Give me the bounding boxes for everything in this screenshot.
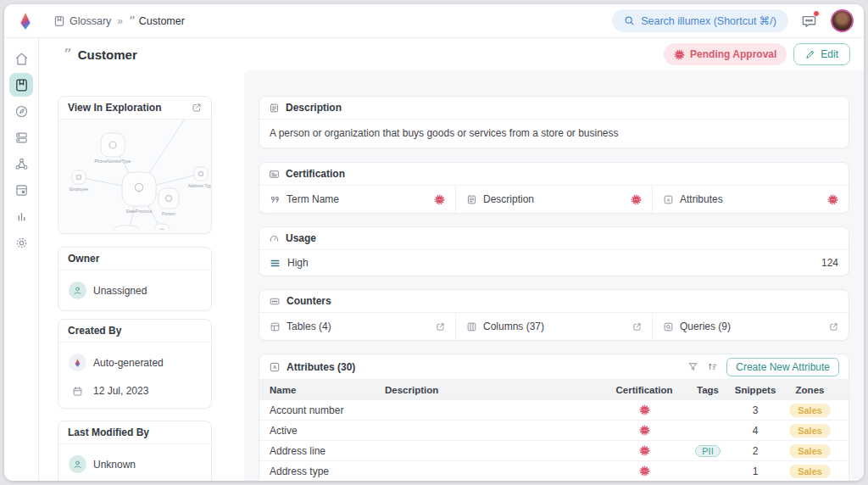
breadcrumb-customer[interactable]: ” Customer: [129, 15, 185, 27]
last-modified-row: Unknown: [58, 444, 211, 480]
illumex-logo-icon[interactable]: [16, 10, 35, 32]
table-row[interactable]: Address line PII 2 Sales: [259, 440, 849, 460]
sidebar-item-home[interactable]: [9, 47, 33, 70]
certification-icon: [269, 169, 280, 180]
created-date-row: 12 Jul, 2023: [58, 378, 211, 408]
usage-row[interactable]: High 124: [259, 250, 849, 276]
col-header-name[interactable]: Name: [259, 385, 385, 395]
attribute-name: Average purchase amount: [259, 480, 385, 482]
open-exploration-icon[interactable]: [192, 103, 202, 113]
col-header-tags[interactable]: Tags: [687, 385, 729, 395]
home-icon: [14, 52, 29, 66]
sidebar-item-data-products[interactable]: [9, 178, 33, 202]
edit-button-label: Edit: [821, 48, 838, 60]
create-new-attribute-button[interactable]: Create New Attribute: [726, 358, 839, 376]
sidebar-item-analytics[interactable]: [9, 204, 33, 228]
col-header-description[interactable]: Description: [385, 385, 602, 395]
attribute-name: Address line: [259, 445, 385, 457]
exploration-graph[interactable]: PhoneNumberType Employee Address Type St…: [58, 120, 211, 233]
breadcrumb-glossary[interactable]: Glossary: [53, 15, 111, 27]
last-modified-value: Unknown: [93, 459, 136, 471]
pii-tag-badge: PII: [695, 445, 720, 457]
last-modified-title: Last Modified By: [68, 426, 149, 438]
person-icon: [69, 282, 86, 299]
certification-seal-icon: [674, 49, 685, 60]
usage-level-bars-icon: [270, 258, 281, 269]
snippet-count: 1: [729, 465, 782, 477]
table-row[interactable]: Address type 1 Sales: [259, 460, 849, 481]
usage-card: Usage High 124: [259, 226, 849, 276]
breadcrumb: Glossary » ” Customer: [53, 15, 185, 27]
sidebar-item-settings[interactable]: [9, 231, 33, 254]
data-products-icon: [14, 183, 29, 198]
counters-card: Counters Tables (4) Columns (37): [259, 289, 849, 341]
graph-node-label[interactable]: Employee: [70, 187, 88, 192]
breadcrumb-glossary-label: Glossary: [70, 15, 111, 27]
open-tables-icon[interactable]: [436, 322, 445, 332]
sidebar-item-glossary[interactable]: [9, 73, 33, 97]
graph-node-label[interactable]: PhoneNumberType: [94, 159, 131, 164]
exploration-title: View In Exploration: [68, 102, 161, 114]
usage-title: Usage: [286, 232, 316, 244]
certification-description[interactable]: Description: [455, 186, 652, 213]
certification-seal-icon: [434, 194, 445, 205]
zone-badge: Sales: [789, 444, 831, 458]
person-icon: [69, 455, 86, 473]
certification-term-name[interactable]: Term Name: [259, 186, 455, 213]
certification-title: Certification: [286, 168, 345, 180]
tables-icon: [270, 321, 281, 332]
sidebar-item-lineage[interactable]: [9, 152, 33, 176]
edit-button[interactable]: Edit: [793, 43, 850, 65]
description-icon: [466, 194, 477, 205]
attributes-title: Attributes (30): [287, 361, 355, 373]
svg-text:A: A: [273, 365, 277, 370]
certification-attributes[interactable]: A Attributes: [652, 186, 849, 213]
graph-node-label[interactable]: Address Type: [188, 183, 211, 188]
sidebar-item-data-layers[interactable]: [9, 125, 33, 149]
open-queries-icon[interactable]: [829, 322, 838, 332]
created-date: 12 Jul, 2023: [93, 385, 148, 397]
pending-approval-label: Pending Approval: [690, 48, 776, 60]
term-detail-area: Description A person or organization tha…: [244, 70, 864, 481]
certification-item-label: Term Name: [287, 193, 339, 205]
sidebar-item-explore[interactable]: [9, 99, 33, 123]
sort-icon[interactable]: [707, 361, 718, 372]
certification-seal-icon: [639, 425, 650, 436]
user-avatar[interactable]: [831, 9, 854, 32]
certification-seal-icon: [639, 404, 650, 415]
glossary-book-icon: [53, 15, 65, 27]
table-row[interactable]: Account number 3 Sales: [259, 399, 849, 420]
notifications-chat-button[interactable]: [800, 13, 819, 30]
zone-badge: Sales: [789, 465, 831, 478]
search-input[interactable]: Search illumex (Shortcut ⌘/): [612, 9, 788, 32]
counter-columns[interactable]: Columns (37): [455, 313, 652, 340]
counter-tables[interactable]: Tables (4): [259, 313, 455, 340]
col-header-zones[interactable]: Zones: [782, 385, 849, 395]
certification-seal-icon: [639, 465, 650, 477]
counter-label: Columns (37): [483, 321, 544, 332]
created-by-value: Auto-generated: [93, 357, 164, 369]
attribute-name: Active: [259, 425, 385, 437]
page-header: ” Customer Pending Approval Edit: [39, 38, 864, 70]
open-columns-icon[interactable]: [632, 322, 642, 332]
col-header-certification[interactable]: Certification: [602, 385, 687, 395]
counter-queries[interactable]: Queries (9): [652, 313, 849, 340]
pending-approval-badge[interactable]: Pending Approval: [664, 43, 787, 65]
lineage-network-icon: [14, 157, 29, 171]
certification-card: Certification Term Name Description: [259, 162, 849, 214]
page-title: Customer: [78, 47, 137, 62]
col-header-snippets[interactable]: Snippets: [729, 385, 782, 395]
top-bar: Glossary » ” Customer Search illumex (Sh…: [4, 4, 864, 38]
graph-node-label[interactable]: Person: [162, 211, 175, 216]
table-row[interactable]: Active 4 Sales: [259, 420, 849, 440]
description-text: A person or organization that buys goods…: [259, 120, 849, 148]
counters-title: Counters: [287, 295, 331, 307]
graph-node-label[interactable]: StateProvince: [125, 209, 152, 214]
term-quote-icon: [270, 194, 281, 205]
app-window: Glossary » ” Customer Search illumex (Sh…: [4, 4, 864, 481]
owner-panel: Owner Unassigned: [58, 247, 212, 311]
description-card: Description A person or organization tha…: [259, 96, 849, 148]
attribute-name: Address type: [259, 465, 385, 477]
snippet-count: 2: [729, 445, 782, 457]
filter-icon[interactable]: [687, 361, 698, 372]
